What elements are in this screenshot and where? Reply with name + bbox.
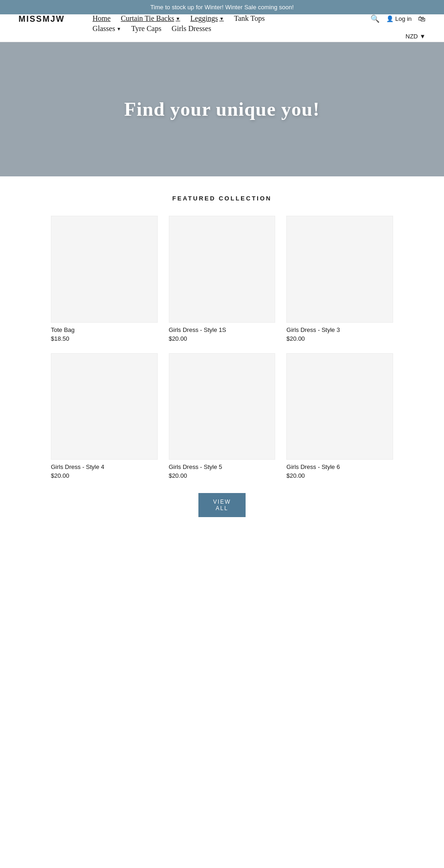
product-card-2[interactable]: Girls Dress - Style 3 $20.00 <box>286 216 393 342</box>
featured-collection-title: FEATURED COLLECTION <box>51 195 393 202</box>
product-name-3: Girls Dress - Style 4 <box>51 463 158 470</box>
product-card-0[interactable]: Tote Bag $18.50 <box>51 216 158 342</box>
nav-item-tyre-caps[interactable]: Tyre Caps <box>131 25 161 33</box>
product-image-4 <box>169 353 276 460</box>
view-all-button[interactable]: VIEWALL <box>198 493 246 517</box>
login-icon: 👤 <box>386 15 394 22</box>
announcement-bar: Time to stock up for Winter! Winter Sale… <box>0 0 444 14</box>
product-image-5 <box>286 353 393 460</box>
product-image-0 <box>51 216 158 323</box>
curtain-dropdown-icon: ▼ <box>176 16 180 21</box>
product-image-1 <box>169 216 276 323</box>
product-name-4: Girls Dress - Style 5 <box>169 463 276 470</box>
product-card-3[interactable]: Girls Dress - Style 4 $20.00 <box>51 353 158 480</box>
nav-item-girls-dresses[interactable]: Girls Dresses <box>172 25 211 33</box>
product-card-4[interactable]: Girls Dress - Style 5 $20.00 <box>169 353 276 480</box>
site-header: MISSMJW Home Curtain Tie Backs ▼ Legging… <box>0 14 444 42</box>
view-all-wrapper: VIEWALL <box>51 493 393 517</box>
search-icon[interactable]: 🔍 <box>370 14 380 23</box>
featured-collection-section: FEATURED COLLECTION Tote Bag $18.50 Girl… <box>42 195 402 545</box>
product-name-1: Girls Dress - Style 1S <box>169 326 276 333</box>
product-card-1[interactable]: Girls Dress - Style 1S $20.00 <box>169 216 276 342</box>
product-price-3: $20.00 <box>51 472 158 479</box>
product-price-1: $20.00 <box>169 335 276 342</box>
announcement-text: Time to stock up for Winter! Winter Sale… <box>150 4 294 11</box>
product-name-0: Tote Bag <box>51 326 158 333</box>
products-grid: Tote Bag $18.50 Girls Dress - Style 1S $… <box>51 216 393 479</box>
currency-chevron-icon: ▼ <box>419 33 426 40</box>
product-image-3 <box>51 353 158 460</box>
nav-row2: Glasses ▼ Tyre Caps Girls Dresses <box>92 25 370 33</box>
nav-item-home[interactable]: Home <box>92 14 111 23</box>
login-link[interactable]: 👤 Log in <box>386 15 412 22</box>
product-name-5: Girls Dress - Style 6 <box>286 463 393 470</box>
nav-item-glasses[interactable]: Glasses ▼ <box>92 25 121 33</box>
hero-heading: Find your unique you! <box>124 98 320 120</box>
glasses-dropdown-icon: ▼ <box>117 26 121 31</box>
nav-item-tank-tops[interactable]: Tank Tops <box>234 14 265 23</box>
header-icons: 🔍 👤 Log in 🛍 <box>370 14 426 23</box>
leggings-dropdown-icon: ▼ <box>219 16 224 21</box>
product-image-2 <box>286 216 393 323</box>
nav-item-curtain-tie-backs[interactable]: Curtain Tie Backs ▼ <box>121 14 180 23</box>
site-logo[interactable]: MISSMJW <box>18 14 65 24</box>
currency-selector[interactable]: NZD ▼ <box>406 33 426 40</box>
nav-row1: Home Curtain Tie Backs ▼ Leggings ▼ Tank… <box>92 14 370 23</box>
product-price-2: $20.00 <box>286 335 393 342</box>
product-name-2: Girls Dress - Style 3 <box>286 326 393 333</box>
product-price-4: $20.00 <box>169 472 276 479</box>
product-card-5[interactable]: Girls Dress - Style 6 $20.00 <box>286 353 393 480</box>
hero-banner: Find your unique you! <box>0 42 444 176</box>
header-middle: MISSMJW Home Curtain Tie Backs ▼ Legging… <box>18 14 426 33</box>
nav-item-leggings[interactable]: Leggings ▼ <box>191 14 224 23</box>
product-price-5: $20.00 <box>286 472 393 479</box>
cart-icon[interactable]: 🛍 <box>418 15 426 23</box>
product-price-0: $18.50 <box>51 335 158 342</box>
nav-center: Home Curtain Tie Backs ▼ Leggings ▼ Tank… <box>65 14 370 33</box>
